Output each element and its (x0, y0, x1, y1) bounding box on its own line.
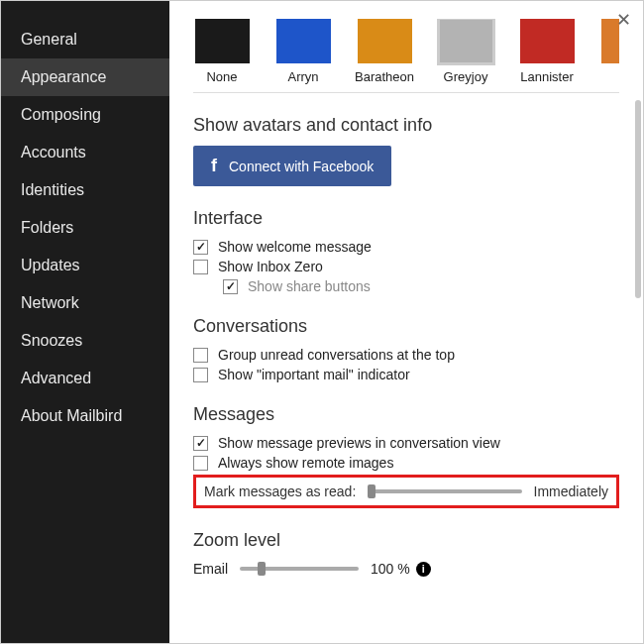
connect-facebook-button[interactable]: f Connect with Facebook (193, 146, 391, 186)
theme-label: Greyjoy (444, 69, 488, 84)
zoom-slider[interactable] (240, 567, 359, 571)
settings-window: GeneralAppearanceComposingAccountsIdenti… (0, 0, 644, 644)
theme-swatch (520, 19, 575, 63)
checkbox[interactable] (193, 240, 208, 255)
messages-option: Always show remote images (193, 455, 619, 471)
divider (193, 92, 619, 93)
theme-label: None (206, 69, 237, 84)
mark-read-value: Immediately (534, 483, 608, 499)
zoom-title: Zoom level (193, 530, 619, 551)
theme-label: Arryn (287, 69, 318, 84)
checkbox-label: Show message previews in conversation vi… (218, 435, 500, 451)
connect-facebook-label: Connect with Facebook (229, 159, 374, 174)
sidebar-item-updates[interactable]: Updates (1, 247, 169, 284)
theme-swatch (358, 19, 412, 63)
interface-title: Interface (193, 208, 619, 229)
conversations-section: Conversations Group unread conversations… (193, 316, 619, 382)
theme-label: Lannister (520, 69, 573, 84)
mark-read-row: Mark messages as read: Immediately (193, 475, 619, 508)
interface-option: Show Inbox Zero (193, 259, 619, 274)
slider-thumb[interactable] (368, 484, 376, 498)
theme-none[interactable]: None (193, 19, 251, 84)
theme-arryn[interactable]: Arryn (274, 19, 332, 84)
conversations-option: Show "important mail" indicator (193, 367, 619, 382)
checkbox-label: Show share buttons (248, 278, 371, 294)
messages-title: Messages (193, 404, 619, 425)
interface-option: Show share buttons (223, 278, 619, 294)
sidebar-item-network[interactable]: Network (1, 284, 169, 322)
info-icon[interactable]: i (416, 562, 431, 577)
checkbox[interactable] (223, 279, 238, 294)
sidebar: GeneralAppearanceComposingAccountsIdenti… (1, 1, 169, 643)
theme-swatch (195, 19, 250, 63)
messages-section: Messages Show message previews in conver… (193, 404, 619, 508)
checkbox[interactable] (193, 368, 208, 382)
close-icon[interactable]: ✕ (616, 9, 631, 31)
zoom-value: 100 % (371, 561, 410, 577)
checkbox[interactable] (193, 260, 208, 274)
checkbox-label: Show "important mail" indicator (218, 367, 410, 382)
mark-read-slider[interactable] (368, 489, 521, 493)
zoom-label: Email (193, 561, 228, 577)
sidebar-item-about-mailbird[interactable]: About Mailbird (1, 397, 169, 435)
sidebar-item-folders[interactable]: Folders (1, 209, 169, 247)
sidebar-item-advanced[interactable]: Advanced (1, 360, 169, 397)
theme-swatch (439, 19, 493, 63)
theme-baratheon[interactable]: Baratheon (356, 19, 413, 84)
scrollbar[interactable] (635, 100, 641, 298)
mark-read-label: Mark messages as read: (204, 483, 356, 499)
avatars-title: Show avatars and contact info (193, 115, 619, 136)
interface-option: Show welcome message (193, 239, 619, 255)
main-panel: ✕ NoneArrynBaratheonGreyjoyLannisterM Sh… (169, 1, 643, 643)
sidebar-item-accounts[interactable]: Accounts (1, 134, 169, 171)
facebook-icon: f (211, 156, 217, 176)
checkbox-label: Show welcome message (218, 239, 372, 255)
checkbox[interactable] (193, 436, 208, 451)
checkbox-label: Show Inbox Zero (218, 259, 323, 274)
theme-greyjoy[interactable]: Greyjoy (437, 19, 494, 84)
checkbox-label: Group unread conversations at the top (218, 347, 455, 363)
theme-lannister[interactable]: Lannister (518, 19, 576, 84)
sidebar-item-identities[interactable]: Identities (1, 171, 169, 209)
sidebar-item-appearance[interactable]: Appearance (1, 58, 169, 96)
checkbox[interactable] (193, 348, 208, 363)
messages-option: Show message previews in conversation vi… (193, 435, 619, 451)
avatars-section: Show avatars and contact info f Connect … (193, 115, 619, 186)
sidebar-item-snoozes[interactable]: Snoozes (1, 322, 169, 360)
zoom-section: Zoom level Email 100 % i (193, 530, 619, 577)
theme-swatch (276, 19, 331, 63)
slider-thumb[interactable] (258, 562, 266, 576)
conversations-title: Conversations (193, 316, 619, 337)
sidebar-item-composing[interactable]: Composing (1, 96, 169, 134)
theme-picker: NoneArrynBaratheonGreyjoyLannisterM (193, 19, 619, 84)
interface-section: Interface Show welcome messageShow Inbox… (193, 208, 619, 294)
theme-label: Baratheon (355, 69, 414, 84)
checkbox-label: Always show remote images (218, 455, 393, 471)
conversations-option: Group unread conversations at the top (193, 347, 619, 363)
checkbox[interactable] (193, 456, 208, 471)
sidebar-item-general[interactable]: General (1, 21, 169, 58)
